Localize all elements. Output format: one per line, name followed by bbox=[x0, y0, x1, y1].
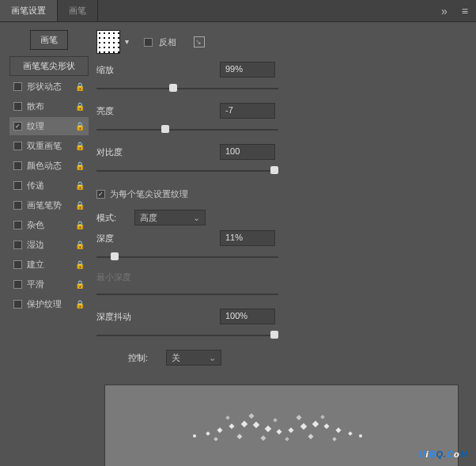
lock-icon[interactable]: 🔒 bbox=[75, 181, 85, 191]
chevron-down-icon: ⌄ bbox=[209, 353, 216, 363]
sidebar-item-color-dynamics[interactable]: 颜色动态 🔒 bbox=[9, 157, 89, 175]
min-depth-slider bbox=[96, 290, 278, 299]
brightness-slider[interactable] bbox=[96, 125, 278, 134]
sidebar-item-scattering[interactable]: 散布 🔒 bbox=[9, 97, 89, 116]
lock-icon[interactable]: 🔒 bbox=[75, 82, 85, 92]
texture-settings: 反相 缩放 99% 亮度 -7 对比度 100 bbox=[96, 30, 467, 466]
sidebar-item-brush-pose[interactable]: 画笔笔势 🔒 bbox=[9, 196, 89, 214]
svg-rect-6 bbox=[265, 426, 271, 432]
depth-jitter-value[interactable]: 100% bbox=[220, 309, 275, 324]
scale-value[interactable]: 99% bbox=[220, 62, 275, 78]
checkbox-icon[interactable] bbox=[13, 161, 22, 170]
contrast-label: 对比度 bbox=[96, 146, 160, 158]
checkbox-icon[interactable] bbox=[13, 142, 22, 150]
checkbox-icon[interactable] bbox=[13, 260, 22, 269]
sidebar-item-protect-texture[interactable]: 保护纹理 🔒 bbox=[9, 295, 89, 313]
slider-thumb[interactable] bbox=[270, 166, 278, 174]
control-value: 关 bbox=[172, 353, 180, 362]
checkbox-icon[interactable] bbox=[13, 122, 22, 131]
slider-thumb[interactable] bbox=[161, 125, 169, 133]
brush-stroke-preview-icon bbox=[179, 396, 384, 460]
svg-rect-15 bbox=[213, 437, 218, 441]
depth-slider[interactable] bbox=[96, 252, 278, 262]
svg-rect-12 bbox=[335, 427, 341, 433]
checkbox-icon[interactable] bbox=[13, 221, 22, 229]
sidebar-item-transfer[interactable]: 传递 🔒 bbox=[9, 176, 89, 195]
texture-each-tip-checkbox[interactable] bbox=[96, 190, 105, 199]
contrast-value[interactable]: 100 bbox=[220, 144, 275, 160]
control-select[interactable]: 关 ⌄ bbox=[166, 350, 221, 366]
brightness-value[interactable]: -7 bbox=[220, 103, 275, 119]
sidebar-item-dual-brush[interactable]: 双重画笔 🔒 bbox=[9, 137, 89, 155]
tab-brush-settings[interactable]: 画笔设置 bbox=[0, 0, 58, 21]
svg-rect-17 bbox=[260, 435, 266, 441]
new-preset-icon[interactable] bbox=[194, 36, 205, 47]
svg-rect-13 bbox=[348, 431, 353, 436]
sidebar-item-texture[interactable]: 纹理 🔒 bbox=[9, 117, 89, 135]
svg-rect-18 bbox=[285, 437, 289, 441]
sidebar-item-label: 散布 bbox=[27, 100, 70, 112]
svg-point-14 bbox=[359, 434, 362, 438]
sidebar-item-label: 保护纹理 bbox=[27, 298, 70, 310]
lock-icon[interactable]: 🔒 bbox=[75, 201, 85, 210]
lock-icon[interactable]: 🔒 bbox=[75, 260, 85, 270]
invert-checkbox[interactable] bbox=[144, 38, 153, 47]
sidebar-item-label: 湿边 bbox=[27, 239, 70, 251]
depth-jitter-slider[interactable] bbox=[96, 331, 278, 340]
svg-rect-21 bbox=[225, 415, 230, 420]
lock-icon[interactable]: 🔒 bbox=[75, 161, 85, 171]
checkbox-icon[interactable] bbox=[13, 201, 22, 210]
sidebar-item-noise[interactable]: 杂色 🔒 bbox=[9, 216, 89, 234]
lock-icon[interactable]: 🔒 bbox=[75, 300, 85, 309]
depth-value[interactable]: 11% bbox=[220, 230, 275, 246]
lock-icon[interactable]: 🔒 bbox=[75, 221, 85, 230]
lock-icon[interactable]: 🔒 bbox=[75, 122, 85, 131]
svg-rect-1 bbox=[206, 431, 210, 436]
collapse-chevrons-icon[interactable]: » bbox=[435, 5, 454, 17]
scale-label: 缩放 bbox=[96, 64, 160, 76]
lock-icon[interactable]: 🔒 bbox=[75, 142, 85, 151]
svg-rect-8 bbox=[288, 427, 293, 433]
checkbox-icon[interactable] bbox=[13, 300, 22, 309]
sidebar-item-smoothing[interactable]: 平滑 🔒 bbox=[9, 275, 89, 294]
svg-rect-22 bbox=[248, 413, 254, 419]
lock-icon[interactable]: 🔒 bbox=[75, 280, 85, 290]
mode-select[interactable]: 高度 ⌄ bbox=[134, 210, 206, 225]
svg-rect-20 bbox=[332, 437, 337, 441]
brush-presets-button[interactable]: 画笔 bbox=[30, 30, 68, 50]
scale-slider[interactable] bbox=[96, 84, 278, 93]
sidebar-item-label: 平滑 bbox=[27, 278, 70, 290]
checkbox-icon[interactable] bbox=[13, 241, 22, 249]
svg-point-0 bbox=[193, 434, 196, 438]
sidebar-item-label: 建立 bbox=[27, 259, 70, 271]
checkbox-icon[interactable] bbox=[13, 82, 22, 91]
checkbox-icon[interactable] bbox=[13, 181, 22, 190]
lock-icon[interactable]: 🔒 bbox=[75, 102, 85, 112]
sidebar-brush-tip-shape[interactable]: 画笔笔尖形状 bbox=[9, 56, 89, 76]
slider-thumb[interactable] bbox=[111, 252, 119, 260]
svg-rect-23 bbox=[273, 418, 278, 422]
texture-each-tip-label: 为每个笔尖设置纹理 bbox=[110, 188, 188, 200]
checkbox-icon[interactable] bbox=[13, 102, 22, 111]
panel-menu-icon[interactable]: ≡ bbox=[454, 5, 476, 17]
watermark: UiBQ.CoM bbox=[419, 443, 468, 461]
sidebar-item-label: 杂色 bbox=[27, 219, 70, 231]
checkbox-icon[interactable] bbox=[13, 280, 22, 289]
svg-rect-16 bbox=[236, 434, 242, 439]
invert-label: 反相 bbox=[159, 36, 176, 48]
sidebar-item-wet-edges[interactable]: 湿边 🔒 bbox=[9, 236, 89, 254]
svg-rect-19 bbox=[308, 434, 313, 439]
svg-rect-9 bbox=[300, 423, 307, 430]
svg-rect-10 bbox=[312, 421, 319, 427]
chevron-down-icon: ⌄ bbox=[193, 213, 200, 223]
slider-thumb[interactable] bbox=[270, 331, 278, 339]
svg-rect-2 bbox=[217, 427, 222, 433]
sidebar-item-build-up[interactable]: 建立 🔒 bbox=[9, 256, 89, 274]
tab-brush[interactable]: 画笔 bbox=[58, 0, 98, 21]
contrast-slider[interactable] bbox=[96, 166, 278, 176]
sidebar-item-label: 画笔笔势 bbox=[27, 199, 70, 211]
sidebar-item-shape-dynamics[interactable]: 形状动态 🔒 bbox=[9, 78, 89, 96]
lock-icon[interactable]: 🔒 bbox=[75, 241, 85, 250]
pattern-picker[interactable] bbox=[96, 30, 120, 54]
depth-label: 深度 bbox=[96, 233, 160, 244]
